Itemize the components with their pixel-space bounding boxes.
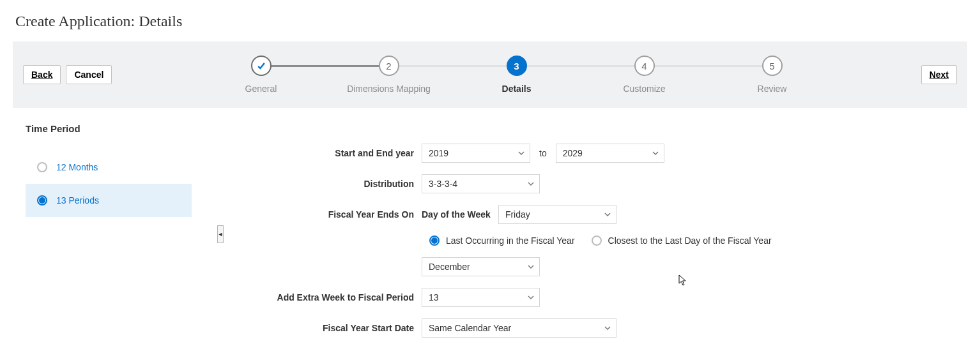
page-title: Create Application: Details xyxy=(0,0,980,41)
chevron-down-icon xyxy=(518,150,524,156)
step-number-icon: 5 xyxy=(762,56,783,76)
radio-label: Closest to the Last Day of the Fiscal Ye… xyxy=(608,235,772,246)
fy-end-month-select[interactable]: December xyxy=(422,257,540,276)
label-fy-ends-on: Fiscal Year Ends On xyxy=(243,209,422,220)
radio-icon xyxy=(592,235,602,246)
step-general[interactable]: General xyxy=(197,56,325,94)
chevron-left-icon: ◄ xyxy=(218,231,224,237)
radio-icon xyxy=(37,195,47,205)
chevron-down-icon xyxy=(604,325,611,331)
step-details[interactable]: 3 Details xyxy=(453,56,581,94)
sidebar-item-12-months[interactable]: 12 Months xyxy=(26,151,192,184)
chevron-down-icon xyxy=(528,294,534,301)
label-day-of-week: Day of the Week xyxy=(422,209,498,220)
back-button[interactable]: Back xyxy=(23,65,61,84)
radio-icon xyxy=(429,235,440,246)
step-label: Review xyxy=(758,84,787,94)
step-label: Dimensions Mapping xyxy=(347,84,431,94)
label-distribution: Distribution xyxy=(243,179,422,189)
label-start-end-year: Start and End year xyxy=(243,148,422,158)
distribution-select[interactable]: 3-3-3-4 xyxy=(422,174,540,193)
checkmark-icon xyxy=(251,56,272,76)
wizard-bar: Back Cancel General 2 Dimensions Mapping… xyxy=(13,41,967,108)
cancel-button[interactable]: Cancel xyxy=(66,65,112,84)
day-of-week-select[interactable]: Friday xyxy=(498,205,616,224)
wizard-steps: General 2 Dimensions Mapping 3 Details 4… xyxy=(112,56,921,94)
step-number-icon: 4 xyxy=(634,56,655,76)
next-button[interactable]: Next xyxy=(921,65,957,84)
step-number-icon: 2 xyxy=(379,56,399,76)
step-customize[interactable]: 4 Customize xyxy=(581,56,708,94)
step-review[interactable]: 5 Review xyxy=(708,56,836,94)
radio-closest[interactable]: Closest to the Last Day of the Fiscal Ye… xyxy=(592,235,772,246)
step-label: Details xyxy=(502,84,532,94)
sidebar-item-label: 12 Months xyxy=(56,162,98,172)
step-number-icon: 3 xyxy=(507,56,527,76)
label-extra-week: Add Extra Week to Fiscal Period xyxy=(243,292,422,302)
step-dimensions-mapping[interactable]: 2 Dimensions Mapping xyxy=(325,56,453,94)
step-label: Customize xyxy=(623,84,665,94)
radio-icon xyxy=(37,162,47,172)
radio-label: Last Occurring in the Fiscal Year xyxy=(446,235,575,246)
cursor-icon xyxy=(678,274,687,286)
fy-start-date-select[interactable]: Same Calendar Year xyxy=(422,318,616,338)
label-fy-start-date: Fiscal Year Start Date xyxy=(243,323,422,333)
step-label: General xyxy=(245,84,277,94)
extra-week-select[interactable]: 13 xyxy=(422,288,540,307)
section-title-time-period: Time Period xyxy=(26,123,217,134)
collapse-sidebar-handle[interactable]: ◄ xyxy=(217,225,224,243)
sidebar-item-13-periods[interactable]: 13 Periods xyxy=(26,184,192,217)
chevron-down-icon xyxy=(652,150,659,156)
to-label: to xyxy=(530,148,556,158)
radio-last-occurring[interactable]: Last Occurring in the Fiscal Year xyxy=(429,235,575,246)
chevron-down-icon xyxy=(528,264,534,270)
start-year-select[interactable]: 2019 xyxy=(422,144,530,163)
chevron-down-icon xyxy=(604,211,611,218)
end-year-select[interactable]: 2029 xyxy=(556,144,664,163)
chevron-down-icon xyxy=(528,181,534,187)
sidebar-item-label: 13 Periods xyxy=(56,195,99,205)
